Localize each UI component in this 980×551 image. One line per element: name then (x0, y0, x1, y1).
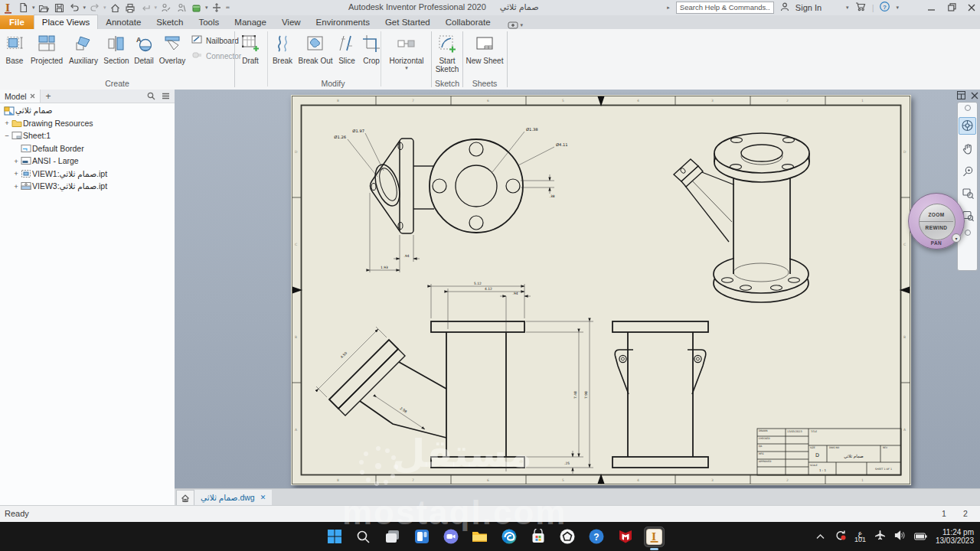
new-file-icon[interactable] (17, 2, 30, 14)
break-out-button[interactable]: Break Out (296, 31, 335, 65)
edge-icon[interactable] (499, 527, 518, 546)
search-input[interactable] (676, 2, 774, 14)
detail-button[interactable]: A Detail (132, 31, 156, 65)
tray-chevron-icon[interactable] (815, 530, 825, 543)
close-button[interactable] (965, 2, 978, 14)
task-view-icon[interactable] (383, 527, 402, 546)
sign-in-button[interactable]: Sign In (795, 3, 822, 12)
graphics-canvas[interactable]: 87654321 87654321 DCBA DCBA (175, 90, 980, 488)
tab-manage[interactable]: Manage (227, 15, 274, 29)
view-side[interactable] (612, 321, 708, 468)
sketch-person-icon[interactable] (159, 2, 172, 14)
browser-menu-icon[interactable] (162, 92, 170, 100)
undo-icon[interactable] (68, 2, 81, 14)
zoom-icon[interactable] (959, 163, 975, 179)
sign-in-caret-icon[interactable]: ▾ (846, 5, 849, 11)
taskbar-clock[interactable]: 11:24 pm 13/03/2023 (936, 528, 977, 545)
start-sketch-button[interactable]: Start Sketch (432, 31, 462, 73)
home-icon[interactable] (109, 2, 122, 14)
inventor-app-icon[interactable]: I (645, 527, 664, 546)
material-icon[interactable] (190, 2, 203, 14)
browser-add-tab-button[interactable]: + (41, 91, 57, 102)
pan-icon[interactable] (959, 141, 975, 157)
tree-item-ansi-large[interactable]: + ANSI - Large (0, 155, 107, 168)
draft-button[interactable]: Draft (237, 31, 264, 65)
tab-view[interactable]: View (274, 15, 309, 29)
browser-tab-model[interactable]: Model (0, 90, 41, 103)
language-indicator[interactable]: ع 101 (854, 530, 866, 544)
volume-icon[interactable] (894, 530, 906, 543)
wheel-zoom-segment[interactable]: ZOOM (908, 212, 965, 217)
navbar-menu-handle[interactable] (965, 230, 971, 236)
widgets-icon[interactable] (412, 527, 431, 546)
section-button[interactable]: Section (101, 31, 132, 65)
tab-annotate[interactable]: Annotate (98, 15, 149, 29)
restore-button[interactable] (945, 2, 959, 14)
help-caret-icon[interactable]: ▾ (896, 5, 899, 11)
airplane-mode-icon[interactable] (874, 530, 886, 543)
tree-item-view1[interactable]: + VIEW1:صمام ثلاثي.ipt (0, 168, 107, 181)
sheet-page-1[interactable]: 1 (942, 509, 946, 518)
document-tab-close-icon[interactable]: ✕ (260, 494, 266, 501)
steering-wheel[interactable]: ZOOM REWIND PAN ▾ (908, 193, 965, 249)
view-isometric[interactable] (674, 133, 809, 302)
tab-environments[interactable]: Environments (309, 15, 377, 29)
qat-customize-caret-icon[interactable]: ≂ (226, 5, 230, 11)
new-sheet-button[interactable]: New Sheet (465, 31, 505, 65)
view-front[interactable] (329, 321, 524, 468)
start-button[interactable] (325, 527, 344, 546)
browser-tab-close-icon[interactable] (30, 93, 35, 99)
return-caret-icon[interactable]: ▾ (155, 5, 158, 11)
projected-button[interactable]: Projected (28, 31, 66, 65)
ms-store-icon[interactable] (528, 527, 547, 546)
tab-collaborate[interactable]: Collaborate (438, 15, 498, 29)
tree-expander[interactable]: + (12, 157, 20, 165)
move-icon[interactable] (211, 2, 224, 14)
search-expand-icon[interactable]: ▸ (667, 5, 670, 11)
document-close-icon[interactable] (971, 92, 978, 99)
taskbar-search-icon[interactable] (354, 527, 373, 546)
tree-expander[interactable]: − (3, 132, 11, 140)
undo-caret-icon[interactable]: ▾ (83, 5, 87, 11)
home-circle-icon[interactable] (557, 527, 577, 546)
slice-button[interactable]: Slice (335, 31, 358, 65)
app-logo-icon[interactable]: I (2, 2, 15, 14)
tree-item-root[interactable]: صمام ثلاثي (0, 104, 107, 117)
save-icon[interactable] (53, 2, 66, 14)
tree-item-sheet1[interactable]: − Sheet:1 (0, 129, 107, 142)
wheel-rewind-segment[interactable]: REWIND (908, 225, 965, 230)
file-explorer-icon[interactable] (470, 527, 489, 546)
print-icon[interactable] (124, 2, 137, 14)
open-icon[interactable] (38, 2, 51, 14)
tree-expander[interactable]: + (12, 169, 20, 178)
tab-get-started[interactable]: Get Started (377, 15, 438, 29)
minimize-button[interactable] (925, 2, 939, 14)
redo-icon[interactable] (88, 2, 101, 14)
onedrive-sync-icon[interactable] (834, 530, 846, 544)
material-caret-icon[interactable]: ▾ (205, 5, 208, 11)
return-icon[interactable] (139, 2, 152, 14)
break-button[interactable]: Break (270, 31, 296, 65)
get-help-icon[interactable]: ? (586, 527, 606, 546)
base-button[interactable]: Base (2, 31, 28, 65)
chat-icon[interactable] (441, 527, 460, 546)
mcafee-icon[interactable] (616, 527, 635, 546)
document-tab[interactable]: صمام ثلاثي.dwg ✕ (194, 490, 272, 507)
tab-file[interactable]: File (0, 15, 34, 29)
sheet-page-2[interactable]: 2 (963, 509, 968, 518)
redo-caret-icon[interactable]: ▾ (103, 5, 106, 11)
browser-search-icon[interactable] (147, 92, 155, 100)
navbar-handle[interactable] (965, 105, 971, 111)
cart-icon[interactable] (855, 2, 866, 13)
horizontal-button[interactable]: Horizontal ▾ (382, 31, 431, 71)
tree-item-view3[interactable]: + VIEW3:صمام ثلاثي.ipt (0, 180, 107, 193)
auxiliary-button[interactable]: Auxiliary (66, 31, 101, 65)
tab-place-views[interactable]: Place Views (34, 15, 98, 29)
measure-person-icon[interactable] (175, 2, 188, 14)
tree-expander[interactable]: + (12, 182, 20, 191)
overlay-button[interactable]: Overlay (156, 31, 188, 65)
tab-tools[interactable]: Tools (191, 15, 227, 29)
tree-item-drawing-resources[interactable]: + Drawing Resources (0, 117, 107, 130)
window-layout-icon[interactable] (957, 91, 965, 99)
view-top[interactable] (371, 139, 524, 233)
